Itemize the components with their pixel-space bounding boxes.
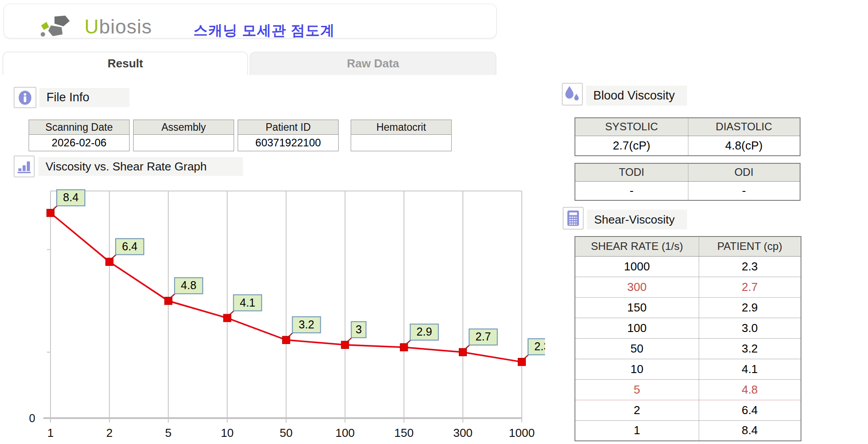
shear-rate-cell: 2 bbox=[575, 400, 699, 420]
table-row: 150 2.9 bbox=[575, 297, 801, 318]
data-point-marker bbox=[105, 258, 113, 266]
shear-rate-cell: 150 bbox=[575, 297, 699, 318]
todi-odi-table: TODI ODI - - bbox=[574, 163, 801, 201]
patient-cell: 3.0 bbox=[699, 318, 801, 338]
viscosity-shear-rate-chart: 8.46.44.84.13.232.92.72.3125105010015030… bbox=[18, 183, 545, 444]
shear-rate-cell: 10 bbox=[575, 359, 699, 379]
tab-raw-data[interactable]: Raw Data bbox=[250, 52, 496, 75]
x-tick-label: 50 bbox=[280, 426, 293, 440]
water-drops-icon bbox=[563, 85, 581, 104]
field-scanning-date-label: Scanning Date bbox=[29, 120, 129, 135]
field-assembly-label: Assembly bbox=[134, 120, 234, 135]
data-point-marker bbox=[459, 349, 467, 356]
todi-value: - bbox=[575, 181, 688, 200]
chart-canvas: 8.46.44.84.13.232.92.72.3125105010015030… bbox=[18, 183, 545, 444]
data-label: 4.1 bbox=[240, 296, 256, 309]
table-row: 5 4.8 bbox=[575, 379, 801, 400]
patient-cell: 2.9 bbox=[699, 297, 801, 318]
graph-section-title: Viscosity vs. Shear Rate Graph bbox=[38, 157, 243, 176]
table-row: 1 8.4 bbox=[575, 420, 801, 441]
shear-rate-cell: 1000 bbox=[575, 256, 699, 277]
app-title-korean: 스캐닝 모세관 점도계 bbox=[193, 21, 335, 41]
systolic-value: 2.7(cP) bbox=[575, 136, 688, 156]
field-hematocrit-label: Hematocrit bbox=[351, 120, 451, 135]
todi-header: TODI bbox=[575, 163, 688, 181]
file-info-section-title: File Info bbox=[39, 88, 130, 107]
diastolic-value: 4.8(cP) bbox=[688, 136, 800, 156]
logo-letter-u: U bbox=[84, 16, 99, 37]
data-point-marker bbox=[164, 297, 172, 305]
shear-viscosity-section-title: Shear-Viscosity bbox=[587, 210, 687, 229]
data-label: 2.3 bbox=[534, 340, 545, 353]
field-assembly: Assembly bbox=[133, 120, 234, 151]
field-hematocrit-value bbox=[351, 135, 451, 151]
bar-chart-icon bbox=[16, 158, 33, 175]
odi-value: - bbox=[688, 181, 800, 200]
field-scanning-date: Scanning Date 2026-02-06 bbox=[29, 120, 130, 151]
field-assembly-value bbox=[134, 135, 234, 151]
shear-rate-cell: 5 bbox=[575, 379, 699, 400]
logo-text: Ubiosis bbox=[84, 16, 152, 38]
x-tick-label: 150 bbox=[394, 426, 414, 440]
patient-cell: 2.3 bbox=[699, 256, 801, 277]
blood-viscosity-icon-box bbox=[562, 83, 583, 105]
x-tick-label: 5 bbox=[165, 426, 172, 440]
data-label: 3 bbox=[356, 323, 362, 336]
table-row: 2 6.4 bbox=[575, 400, 801, 420]
patient-cell: 8.4 bbox=[699, 420, 801, 441]
shear-viscosity-table: SHEAR RATE (1/s) PATIENT (cp) 1000 2.3 3… bbox=[574, 236, 801, 441]
patient-cell: 3.2 bbox=[699, 338, 801, 359]
shear-rate-header: SHEAR RATE (1/s) bbox=[575, 237, 699, 256]
table-row: 50 3.2 bbox=[575, 338, 801, 359]
patient-cell: 4.1 bbox=[699, 359, 801, 379]
data-point-marker bbox=[518, 358, 526, 366]
x-tick-label: 1 bbox=[47, 426, 54, 440]
data-label: 2.7 bbox=[475, 330, 491, 343]
blood-viscosity-table: SYSTOLIC DIASTOLIC 2.7(cP) 4.8(cP) bbox=[574, 117, 801, 156]
table-row: 100 3.0 bbox=[575, 318, 801, 338]
data-label: 6.4 bbox=[122, 240, 138, 253]
data-point-marker bbox=[223, 314, 231, 322]
file-info-icon bbox=[14, 87, 36, 108]
patient-cell: 4.8 bbox=[699, 379, 801, 400]
tab-result[interactable]: Result bbox=[3, 52, 248, 75]
table-row: 300 2.7 bbox=[575, 277, 801, 297]
data-point-marker bbox=[282, 336, 290, 344]
diastolic-header: DIASTOLIC bbox=[688, 118, 800, 136]
info-circle-icon bbox=[16, 89, 34, 107]
data-label: 4.8 bbox=[181, 279, 197, 291]
data-point-marker bbox=[341, 341, 349, 349]
x-tick-label: 300 bbox=[453, 426, 472, 440]
x-tick-label: 1000 bbox=[509, 426, 535, 440]
field-scanning-date-value: 2026-02-06 bbox=[29, 135, 129, 151]
data-label: 8.4 bbox=[63, 191, 79, 203]
patient-cell: 2.7 bbox=[699, 277, 801, 297]
patient-header: PATIENT (cp) bbox=[699, 237, 801, 256]
shear-rate-cell: 50 bbox=[575, 338, 699, 359]
field-patient-id: Patient ID 60371922100 bbox=[238, 120, 339, 151]
tab-raw-data-label: Raw Data bbox=[347, 57, 399, 71]
tab-result-label: Result bbox=[108, 57, 143, 71]
x-tick-label: 2 bbox=[106, 426, 113, 440]
field-patient-id-label: Patient ID bbox=[238, 120, 338, 135]
shear-rate-cell: 300 bbox=[575, 277, 699, 297]
x-tick-label: 10 bbox=[221, 426, 234, 440]
app-header: Ubiosis 스캐닝 모세관 점도계 bbox=[4, 4, 497, 38]
logo-letters-rest: biosis bbox=[99, 16, 152, 37]
field-hematocrit: Hematocrit bbox=[351, 120, 452, 151]
odi-header: ODI bbox=[688, 163, 800, 181]
data-label: 3.2 bbox=[299, 318, 314, 331]
data-point-marker bbox=[47, 209, 55, 217]
y-zero-label: 0 bbox=[29, 412, 35, 424]
systolic-header: SYSTOLIC bbox=[575, 118, 688, 136]
patient-cell: 6.4 bbox=[699, 400, 801, 420]
x-tick-label: 100 bbox=[335, 426, 355, 440]
blood-viscosity-section-title: Blood Viscosity bbox=[586, 86, 687, 106]
calculator-icon bbox=[565, 209, 582, 228]
shear-rate-cell: 100 bbox=[575, 318, 699, 338]
graph-icon-box bbox=[14, 156, 34, 177]
shear-rate-cell: 1 bbox=[575, 420, 699, 441]
data-point-marker bbox=[400, 344, 408, 351]
data-label: 2.9 bbox=[416, 325, 432, 338]
field-patient-id-value: 60371922100 bbox=[238, 135, 338, 151]
